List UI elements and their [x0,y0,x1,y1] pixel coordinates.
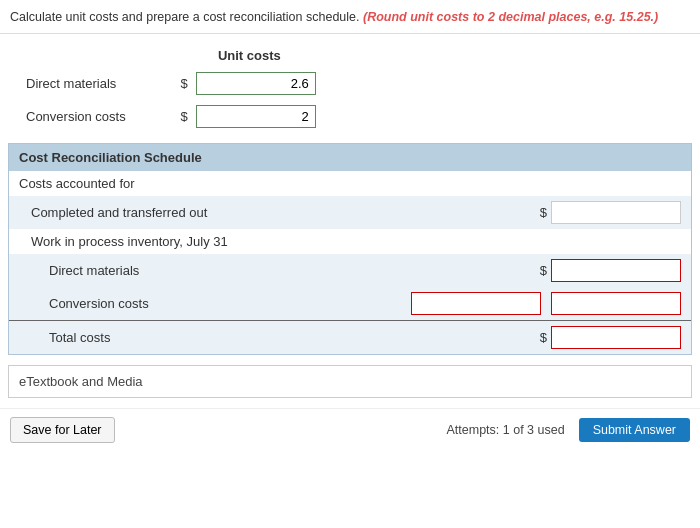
wip-direct-materials-row: Direct materials $ [9,254,691,287]
completed-transferred-input[interactable] [551,201,681,224]
total-dollar: $ [540,330,547,345]
conversion-costs-dollar: $ [169,100,190,133]
completed-dollar: $ [540,205,547,220]
etextbook-label: eTextbook and Media [19,374,143,389]
total-costs-input[interactable] [551,326,681,349]
reconciliation-header: Cost Reconciliation Schedule [9,144,691,171]
instruction-text: Calculate unit costs and prepare a cost … [10,10,360,24]
unit-costs-header: Unit costs [169,44,330,67]
conversion-costs-label: Conversion costs [20,100,169,133]
reconciliation-body: Costs accounted for Completed and transf… [9,171,691,354]
wip-label: Work in process inventory, July 31 [31,234,681,249]
direct-materials-input[interactable] [196,72,316,95]
wip-conversion-inputs [411,292,681,315]
wip-direct-materials-input[interactable] [551,259,681,282]
attempts-label: Attempts: 1 of 3 used [447,423,565,437]
reconciliation-section: Cost Reconciliation Schedule Costs accou… [8,143,692,355]
direct-materials-label: Direct materials [20,67,169,100]
total-costs-label: Total costs [49,330,540,345]
wip-dm-dollar: $ [540,263,547,278]
reconciliation-title: Cost Reconciliation Schedule [19,150,202,165]
empty-header [20,44,169,67]
instruction-bar: Calculate unit costs and prepare a cost … [0,0,700,34]
wip-conversion-row: Conversion costs [9,287,691,320]
costs-accounted-row: Costs accounted for [9,171,691,196]
table-row: Direct materials $ [20,67,330,100]
direct-materials-dollar: $ [169,67,190,100]
wip-conversion-input-1[interactable] [411,292,541,315]
submit-button[interactable]: Submit Answer [579,418,690,442]
etextbook-section: eTextbook and Media [8,365,692,398]
completed-transferred-row: Completed and transferred out $ [9,196,691,229]
wip-conversion-input-2[interactable] [551,292,681,315]
unit-costs-table: Unit costs Direct materials $ Conversion… [20,44,330,133]
wip-direct-materials-label: Direct materials [49,263,540,278]
round-note: (Round unit costs to 2 decimal places, e… [363,10,658,24]
unit-costs-section: Unit costs Direct materials $ Conversion… [0,34,700,143]
wip-row: Work in process inventory, July 31 [9,229,691,254]
conversion-costs-input[interactable] [196,105,316,128]
completed-transferred-label: Completed and transferred out [31,205,540,220]
save-button[interactable]: Save for Later [10,417,115,443]
conversion-costs-input-cell [190,100,330,133]
total-costs-row: Total costs $ [9,320,691,354]
footer-right: Attempts: 1 of 3 used Submit Answer [447,418,691,442]
direct-materials-input-cell [190,67,330,100]
wip-conversion-label: Conversion costs [49,296,411,311]
costs-accounted-label: Costs accounted for [19,176,681,191]
footer: Save for Later Attempts: 1 of 3 used Sub… [0,408,700,451]
table-row: Conversion costs $ [20,100,330,133]
